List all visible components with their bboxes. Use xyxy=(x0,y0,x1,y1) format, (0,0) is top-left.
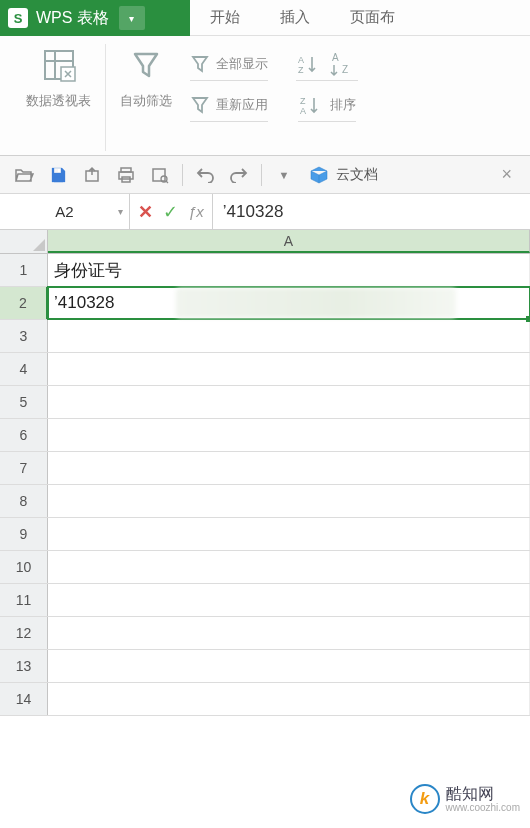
cell[interactable] xyxy=(48,551,530,583)
row-header[interactable]: 5 xyxy=(0,386,48,418)
save-button[interactable] xyxy=(42,160,74,190)
grid-row: 5 xyxy=(0,386,530,419)
row-header[interactable]: 11 xyxy=(0,584,48,616)
filter-label: 自动筛选 xyxy=(120,92,172,110)
accept-edit-button[interactable]: ✓ xyxy=(163,201,178,223)
cell[interactable] xyxy=(48,650,530,682)
grid-row: 1身份证号 xyxy=(0,254,530,287)
redo-button[interactable] xyxy=(223,160,255,190)
svg-rect-10 xyxy=(58,169,60,172)
cancel-edit-button[interactable]: ✕ xyxy=(138,201,153,223)
ribbon-group-filter[interactable]: 自动筛选 xyxy=(106,44,186,151)
show-all-button[interactable]: 全部显示 xyxy=(190,48,268,81)
cell[interactable] xyxy=(48,683,530,715)
app-menu-dropdown[interactable]: ▾ xyxy=(119,6,145,30)
svg-line-17 xyxy=(166,181,168,183)
cell[interactable] xyxy=(48,353,530,385)
show-all-label: 全部显示 xyxy=(216,55,268,73)
grid-row: 7 xyxy=(0,452,530,485)
separator xyxy=(182,164,183,186)
row-header[interactable]: 10 xyxy=(0,551,48,583)
preview-icon xyxy=(150,166,170,184)
cell[interactable] xyxy=(48,386,530,418)
more-dropdown[interactable]: ▼ xyxy=(268,160,300,190)
cell[interactable]: 身份证号 xyxy=(48,254,530,286)
undo-icon xyxy=(195,167,215,183)
menu-tabs: 开始 插入 页面布 xyxy=(190,0,530,36)
formula-input[interactable]: ’410328 xyxy=(213,194,530,229)
pivot-table-icon xyxy=(37,44,81,86)
select-all-corner[interactable] xyxy=(0,230,48,253)
tab-home[interactable]: 开始 xyxy=(190,0,260,35)
grid-row: 8 xyxy=(0,485,530,518)
filter-small-icon xyxy=(190,95,210,115)
quick-access-bar: ▼ 云文档 × xyxy=(0,156,530,194)
separator xyxy=(261,164,262,186)
row-header[interactable]: 3 xyxy=(0,320,48,352)
row-header[interactable]: 4 xyxy=(0,353,48,385)
formula-tools: ✕ ✓ ƒx xyxy=(130,194,213,229)
save-icon xyxy=(49,166,67,184)
cell[interactable] xyxy=(48,617,530,649)
row-header[interactable]: 8 xyxy=(0,485,48,517)
col-header-a[interactable]: A xyxy=(48,230,530,253)
cube-icon xyxy=(308,165,330,185)
cell[interactable] xyxy=(48,518,530,550)
cell[interactable]: ’410328 xyxy=(48,287,530,319)
cell-reference: A2 xyxy=(55,203,73,220)
grid-row: 12 xyxy=(0,617,530,650)
row-header[interactable]: 1 xyxy=(0,254,48,286)
filter-icon xyxy=(124,44,168,86)
close-tab-button[interactable]: × xyxy=(491,164,522,185)
row-header[interactable]: 6 xyxy=(0,419,48,451)
row-header[interactable]: 13 xyxy=(0,650,48,682)
tab-insert[interactable]: 插入 xyxy=(260,0,330,35)
app-name: WPS 表格 xyxy=(36,8,109,29)
print-preview-button[interactable] xyxy=(144,160,176,190)
watermark-name: 酷知网 xyxy=(446,785,520,803)
cell[interactable] xyxy=(48,485,530,517)
row-header[interactable]: 2 xyxy=(0,287,48,319)
export-button[interactable] xyxy=(76,160,108,190)
ribbon-toolbar: 数据透视表 自动筛选 全部显示 重新应用 AZ AZ ZA 排序 xyxy=(0,36,530,156)
title-bar: S WPS 表格 ▾ xyxy=(0,0,190,36)
cell[interactable] xyxy=(48,584,530,616)
ribbon-group-sort[interactable]: AZ AZ ZA 排序 xyxy=(282,44,358,151)
folder-open-icon xyxy=(14,166,34,184)
ribbon-group-pivot[interactable]: 数据透视表 xyxy=(12,44,106,151)
svg-text:A: A xyxy=(332,52,339,63)
sort-label: 排序 xyxy=(330,96,356,114)
grid-row: 6 xyxy=(0,419,530,452)
row-header[interactable]: 9 xyxy=(0,518,48,550)
cell[interactable] xyxy=(48,452,530,484)
svg-rect-15 xyxy=(153,169,165,181)
print-button[interactable] xyxy=(110,160,142,190)
row-header[interactable]: 7 xyxy=(0,452,48,484)
watermark-logo-icon: k xyxy=(410,784,440,814)
row-header[interactable]: 12 xyxy=(0,617,48,649)
cell[interactable] xyxy=(48,320,530,352)
row-header[interactable]: 14 xyxy=(0,683,48,715)
svg-text:Z: Z xyxy=(342,64,348,75)
grid-row: 3 xyxy=(0,320,530,353)
svg-text:Z: Z xyxy=(298,65,304,75)
fx-button[interactable]: ƒx xyxy=(188,203,204,220)
cell-value: 身份证号 xyxy=(54,259,122,282)
sort-az-icon: AZ xyxy=(296,53,318,75)
tab-page-layout[interactable]: 页面布 xyxy=(330,0,415,35)
redacted-region xyxy=(176,288,456,318)
grid-row: 10 xyxy=(0,551,530,584)
chevron-down-icon: ▾ xyxy=(118,206,123,217)
formula-bar: A2 ▾ ✕ ✓ ƒx ’410328 xyxy=(0,194,530,230)
reapply-button[interactable]: 重新应用 xyxy=(190,89,268,122)
column-headers: A xyxy=(0,230,530,254)
export-icon xyxy=(83,166,101,184)
name-box[interactable]: A2 ▾ xyxy=(0,194,130,229)
sort-za-icon: ZA xyxy=(298,94,320,116)
cell[interactable] xyxy=(48,419,530,451)
undo-button[interactable] xyxy=(189,160,221,190)
cloud-doc-tab[interactable]: 云文档 xyxy=(302,165,384,185)
open-button[interactable] xyxy=(8,160,40,190)
print-icon xyxy=(116,166,136,184)
grid-row: 14 xyxy=(0,683,530,716)
